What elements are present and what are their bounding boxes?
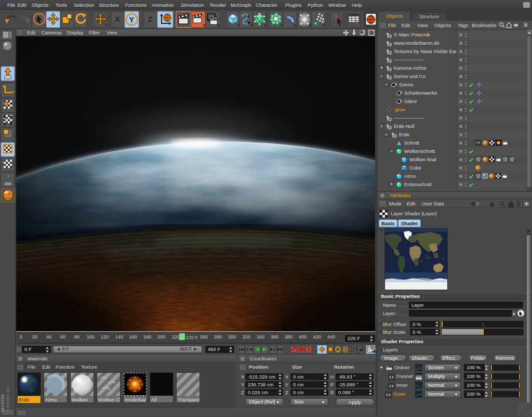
- svg-text:P: P: [344, 347, 347, 352]
- svg-text:Y: Y: [129, 16, 135, 24]
- svg-text:?: ?: [334, 13, 338, 22]
- svg-text:?: ?: [354, 18, 358, 26]
- svg-text:?: ?: [307, 347, 310, 353]
- svg-text:X: X: [115, 15, 120, 23]
- svg-text:Z: Z: [148, 15, 152, 23]
